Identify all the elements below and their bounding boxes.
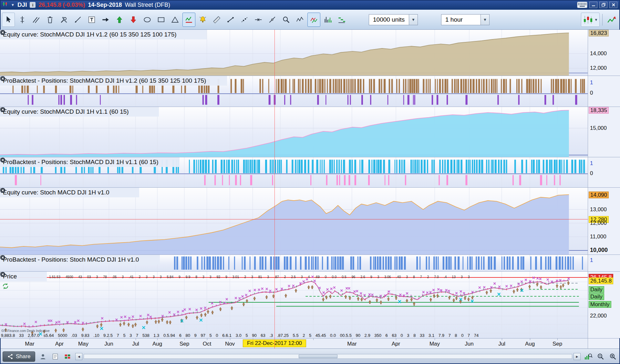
dotted-segment-tool-button[interactable] (238, 13, 251, 27)
axis-label: 1 (589, 257, 594, 263)
close-panel-icon[interactable] (170, 159, 177, 166)
positions-v10-axis[interactable]: 1 (588, 255, 620, 271)
semiline-tool-button[interactable] (71, 13, 84, 27)
ellipse-icon (143, 16, 151, 24)
trendlines-tool-button[interactable] (30, 13, 43, 27)
text-tool-button[interactable] (85, 13, 98, 27)
scroll-right-button[interactable]: ► (574, 353, 581, 360)
workspace-button[interactable] (63, 352, 72, 361)
tools-button[interactable] (57, 13, 70, 27)
trendlines-icon (32, 16, 40, 24)
equity-v12-axis[interactable]: 16,82314,00012,000 (588, 30, 620, 76)
equity-v12-chart[interactable]: Equity curve: StochMACD DJI 1H v1.2 (60 … (0, 30, 588, 76)
pattern-icon (310, 16, 318, 24)
price-chart[interactable]: Price 1.51.53 4500 43 03 3 78 .05 3 .41 … (0, 272, 588, 338)
restore-button[interactable] (599, 2, 607, 8)
arrow-down-tool-button[interactable] (127, 13, 140, 27)
scrollbar-thumb[interactable] (299, 355, 337, 358)
close-panel-icon[interactable] (149, 109, 156, 115)
triangle-tool-button[interactable] (169, 13, 181, 27)
detach-window-icon[interactable] (141, 256, 148, 263)
pattern-tool-button[interactable] (307, 13, 320, 27)
arrow-right-tool-button[interactable] (99, 13, 112, 27)
positions-v12-chart[interactable]: ProBacktest - Positions: StochMACD DJI 1… (0, 76, 588, 107)
oblique-line-tool-button[interactable] (266, 13, 279, 27)
delete-tool-button[interactable] (44, 13, 57, 27)
ruler-tool-button[interactable] (210, 13, 223, 27)
panel-title: Equity curve: StochMACD DJI 1H v1.1 (60 … (3, 108, 129, 115)
axis-tick (469, 338, 470, 340)
axis-tick (557, 338, 558, 340)
instrument-dropdown-caret[interactable]: ▼ (11, 3, 15, 7)
price-marker-tool-button[interactable] (16, 13, 29, 27)
panel-positions-v12: ProBacktest - Positions: StochMACD DJI 1… (0, 76, 620, 107)
settings-wrench-icon[interactable] (19, 273, 26, 280)
report-button[interactable] (51, 352, 60, 361)
panel-equity-v11: Equity curve: StochMACD DJI 1H v1.1 (60 … (0, 107, 620, 157)
equity-v11-axis[interactable]: 18,33515,000 (588, 107, 620, 157)
scroll-left-button[interactable]: ◄ (75, 353, 82, 360)
month-label: Jul (498, 341, 505, 347)
units-dropdown-caret[interactable]: ▼ (409, 15, 418, 25)
zoom-in-button[interactable] (608, 352, 617, 361)
close-panel-icon[interactable] (150, 256, 157, 263)
chart-type-button[interactable]: ▼ (581, 13, 600, 27)
arrow-up-tool-button[interactable] (113, 13, 126, 27)
zigzag-tool-button[interactable] (294, 13, 306, 27)
detach-window-icon[interactable] (28, 273, 35, 280)
zoom-chart-button[interactable] (584, 352, 593, 361)
settings-wrench-icon[interactable] (179, 31, 186, 38)
segment-tool-button[interactable] (224, 13, 237, 27)
detach-window-icon[interactable] (188, 31, 195, 38)
positions-v10-chart[interactable]: ProBacktest - Positions: Stoch MACD DJI … (0, 255, 588, 271)
levels-tool-button[interactable] (335, 13, 348, 27)
zoom-out-button[interactable] (596, 352, 605, 361)
equity-v11-chart[interactable]: Equity curve: StochMACD DJI 1H v1.1 (60 … (0, 107, 588, 157)
close-panel-icon[interactable] (217, 78, 224, 84)
indicator-tool-button[interactable] (182, 13, 195, 27)
horizontal-line-tool-button[interactable] (252, 13, 265, 27)
keyboard-button[interactable] (577, 2, 587, 8)
detach-window-icon[interactable] (161, 159, 168, 166)
zoom-tool-button[interactable] (280, 13, 293, 27)
green-up-arrow-icon (115, 16, 124, 24)
compare-tool-button[interactable] (321, 13, 334, 27)
axis-tick (109, 338, 109, 340)
settings-wrench-icon[interactable] (111, 189, 118, 196)
instrument-symbol[interactable]: DJI (17, 1, 27, 8)
minimize-button[interactable] (589, 2, 597, 8)
close-button[interactable] (609, 2, 617, 8)
close-panel-icon[interactable] (37, 273, 44, 280)
detach-window-icon[interactable] (140, 109, 147, 115)
close-panel-icon[interactable] (129, 189, 136, 196)
positions-v11-axis[interactable]: 10 (588, 157, 620, 187)
timeframe-dropdown[interactable]: 1 hour ▼ (441, 14, 490, 25)
detach-window-icon[interactable] (120, 189, 127, 196)
positions-v11-chart[interactable]: ProBacktest - Positions: StochMACD DJI 1… (0, 157, 588, 187)
price-axis[interactable]: 26,145.826,145.8DailyDailyMonthly22,000 (588, 272, 620, 338)
panel-title: ProBacktest - Positions: StochMACD DJI 1… (3, 77, 206, 84)
price-line-labels: 1.51.53 4500 43 03 3 78 .05 3 .41 2 3 3 … (49, 275, 585, 279)
ellipse-tool-button[interactable] (141, 13, 154, 27)
user-link-button[interactable] (38, 352, 47, 361)
price-marker-icon (18, 16, 26, 24)
time-axis[interactable]: Fri 22-Dec-2017 12:00 MarAprMayJunJulAug… (0, 338, 588, 348)
pointer-tool-button[interactable] (2, 13, 15, 27)
positions-v12-axis[interactable]: 10 (588, 76, 620, 107)
time-axis-row: Fri 22-Dec-2017 12:00 MarAprMayJunJulAug… (0, 338, 620, 348)
close-panel-icon[interactable] (197, 31, 204, 38)
units-dropdown[interactable]: 10000 units ▼ (369, 14, 418, 25)
rectangle-tool-button[interactable] (155, 13, 168, 27)
scrollbar-track[interactable] (84, 354, 572, 359)
wrench-hammer-icon (60, 16, 68, 24)
auto-trading-button[interactable] (605, 13, 618, 27)
alert-tool-button[interactable] (196, 13, 209, 27)
info-icon[interactable]: i (30, 2, 36, 8)
settings-wrench-icon[interactable] (131, 109, 138, 115)
axis-label: 0 (589, 90, 594, 96)
timeframe-dropdown-caret[interactable]: ▼ (480, 15, 489, 25)
share-button[interactable]: Share (3, 351, 35, 362)
detach-window-icon[interactable] (208, 78, 215, 84)
equity-v10-axis[interactable]: 14,09013,00012,28012,00011,00010,000 (588, 188, 620, 255)
equity-v10-chart[interactable]: Equity curve: Stoch MACD DJI 1H v1.0 (0, 188, 588, 255)
